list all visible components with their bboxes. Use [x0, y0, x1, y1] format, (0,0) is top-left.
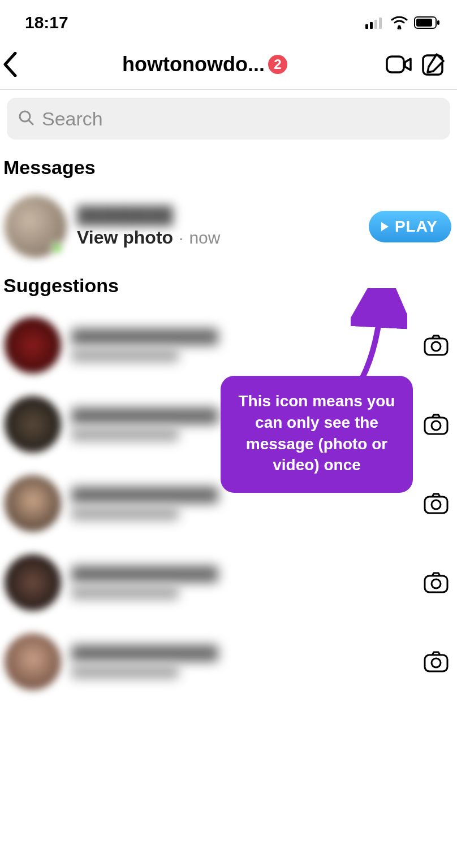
play-button[interactable]: PLAY — [369, 211, 451, 242]
avatar[interactable] — [5, 317, 61, 374]
avatar[interactable] — [5, 633, 61, 690]
wifi-icon — [390, 16, 408, 29]
avatar[interactable] — [5, 554, 61, 611]
avatar[interactable] — [5, 196, 67, 258]
suggestion-sub — [71, 349, 179, 362]
header: howtonowdo... 2 — [0, 40, 457, 90]
svg-point-17 — [432, 500, 441, 509]
search-icon — [18, 110, 34, 128]
camera-button[interactable] — [421, 646, 451, 677]
svg-point-15 — [432, 421, 441, 430]
svg-rect-18 — [425, 576, 447, 592]
separator-dot: · — [179, 228, 183, 248]
camera-button[interactable] — [421, 330, 451, 361]
message-preview: View photo — [77, 227, 173, 248]
header-username: howtonowdo... — [122, 53, 265, 76]
svg-point-4 — [398, 25, 400, 28]
play-icon — [380, 222, 389, 232]
annotation-text: This icon means you can only see the mes… — [239, 392, 395, 474]
svg-rect-12 — [425, 338, 447, 355]
compose-button[interactable] — [420, 51, 447, 78]
search-bar[interactable] — [7, 98, 450, 140]
suggestion-row[interactable] — [0, 306, 457, 385]
suggestion-name — [71, 407, 218, 424]
battery-icon — [414, 16, 440, 29]
svg-rect-14 — [425, 418, 447, 434]
header-title-wrap[interactable]: howtonowdo... 2 — [31, 53, 379, 76]
suggestion-sub — [71, 428, 179, 441]
suggestion-row[interactable] — [0, 622, 457, 701]
status-time: 18:17 — [25, 13, 68, 32]
suggestion-sub — [71, 665, 179, 679]
suggestion-sub — [71, 586, 179, 600]
svg-rect-2 — [374, 20, 377, 29]
svg-rect-7 — [437, 20, 439, 25]
search-wrap — [0, 90, 457, 147]
back-button[interactable] — [0, 51, 24, 78]
suggestion-sub — [71, 507, 179, 520]
camera-button[interactable] — [421, 409, 451, 440]
play-label: PLAY — [395, 218, 438, 236]
suggestions-heading: Suggestions — [0, 266, 457, 306]
suggestion-name — [71, 645, 218, 662]
status-right — [365, 16, 440, 29]
svg-rect-20 — [425, 655, 447, 671]
svg-line-11 — [29, 120, 33, 124]
message-body: ████████ View photo · now — [77, 206, 359, 248]
search-input[interactable] — [42, 108, 439, 130]
suggestion-row[interactable] — [0, 543, 457, 622]
message-time: now — [189, 228, 220, 248]
svg-rect-1 — [370, 22, 373, 29]
svg-rect-3 — [379, 18, 382, 29]
svg-rect-16 — [425, 497, 447, 513]
camera-button[interactable] — [421, 567, 451, 598]
svg-point-21 — [432, 658, 441, 667]
suggestion-name — [71, 487, 218, 504]
status-bar: 18:17 — [0, 0, 457, 40]
notification-badge: 2 — [268, 55, 287, 74]
avatar[interactable] — [5, 396, 61, 453]
suggestion-name — [71, 566, 218, 583]
camera-button[interactable] — [421, 488, 451, 519]
cellular-icon — [365, 16, 385, 29]
svg-rect-8 — [387, 57, 404, 72]
messages-heading: Messages — [0, 147, 457, 188]
svg-point-13 — [432, 342, 441, 351]
svg-rect-6 — [416, 19, 432, 27]
annotation-callout: This icon means you can only see the mes… — [221, 376, 413, 493]
message-sender-name: ████████ — [77, 206, 359, 225]
online-indicator — [51, 242, 63, 254]
video-call-button[interactable] — [386, 51, 413, 78]
avatar[interactable] — [5, 475, 61, 532]
svg-rect-0 — [365, 24, 368, 29]
message-row[interactable]: ████████ View photo · now PLAY — [0, 188, 457, 266]
suggestion-name — [71, 328, 218, 345]
svg-point-19 — [432, 579, 441, 588]
